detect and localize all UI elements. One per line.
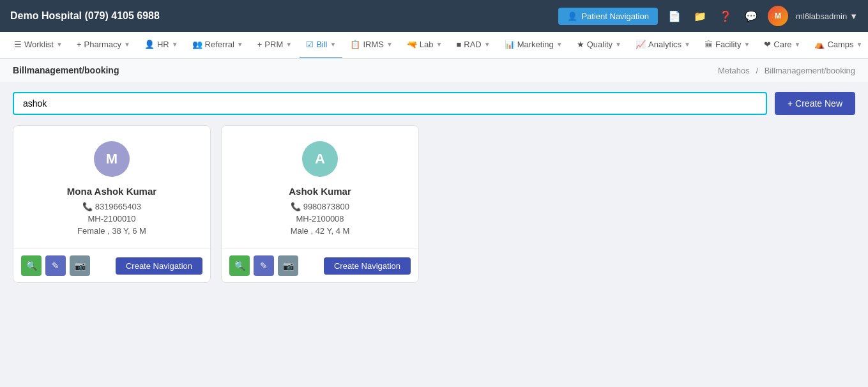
hr-icon: 👤	[144, 40, 155, 49]
main-content: + Create New M Mona Ashok Kumar 📞 831966…	[0, 82, 868, 293]
patient-cards-container: M Mona Ashok Kumar 📞 8319665403 MH-21000…	[13, 125, 855, 283]
create-new-button[interactable]: + Create New	[775, 92, 855, 115]
prm-icon: +	[257, 40, 263, 49]
patient-name: Mona Ashok Kumar	[67, 186, 156, 197]
card-body: M Mona Ashok Kumar 📞 8319665403 MH-21000…	[13, 126, 210, 248]
chevron-down-icon: ▼	[330, 41, 337, 48]
menu-quality[interactable]: ★ Quality ▼	[570, 32, 628, 59]
menu-care[interactable]: ❤ Care ▼	[758, 32, 807, 59]
menu-prm[interactable]: + PRM ▼	[251, 32, 298, 59]
patient-card: A Ashok Kumar 📞 9980873800 MH-2100008 Ma…	[221, 125, 419, 283]
referral-icon: 👥	[192, 40, 202, 49]
word-icon[interactable]: 📄	[666, 7, 683, 25]
worklist-icon: ☰	[14, 40, 22, 49]
person-icon: 👤	[567, 11, 577, 21]
card-footer: 🔍 ✎ 📷 Create Navigation	[13, 248, 210, 282]
chevron-down-icon: ▼	[436, 41, 443, 48]
card-actions: 🔍 ✎ 📷	[229, 255, 298, 276]
topbar: Demo Hospital (079) 4105 6988 👤 Patient …	[0, 0, 868, 32]
facility-icon: 🏛	[704, 40, 713, 49]
chevron-down-icon: ▼	[684, 41, 690, 48]
menu-irms[interactable]: 📋 IRMS ▼	[344, 32, 399, 59]
chevron-down-icon: ▼	[386, 41, 393, 48]
menu-camps[interactable]: ⛺ Camps ▼	[808, 32, 868, 59]
user-avatar[interactable]: M	[768, 6, 788, 26]
breadcrumb: Metahos / Billmanagement/booking	[718, 66, 855, 75]
more-button[interactable]: 📷	[70, 255, 90, 276]
patient-id: MH-2100008	[296, 214, 344, 224]
patient-info: Female , 38 Y, 6 M	[77, 226, 146, 236]
menu-analytics[interactable]: 📈 Analytics ▼	[629, 32, 697, 59]
marketing-icon: 📊	[505, 40, 515, 49]
pharmacy-icon: +	[77, 40, 82, 49]
chevron-down-icon: ▼	[556, 41, 563, 48]
chevron-down-icon: ▼	[615, 41, 621, 48]
chevron-down-icon: ▼	[857, 41, 863, 48]
rad-icon: ■	[456, 40, 461, 49]
patient-navigation-button[interactable]: 👤 Patient Navigation	[558, 8, 658, 25]
menu-rad[interactable]: ■ RAD ▼	[450, 32, 496, 59]
patient-phone: 📞 8319665403	[82, 202, 141, 211]
lab-icon: 🔫	[407, 40, 417, 49]
menu-bill[interactable]: ☑ Bill ▼	[300, 32, 342, 59]
quality-icon: ★	[577, 40, 584, 49]
breadcrumb-bar: Billmanagement/booking Metahos / Billman…	[0, 59, 868, 82]
card-footer: 🔍 ✎ 📷 Create Navigation	[222, 248, 418, 282]
chevron-down-icon: ▼	[849, 11, 858, 21]
patient-name: Ashok Kumar	[289, 186, 351, 197]
bill-icon: ☑	[306, 40, 314, 49]
chevron-down-icon: ▼	[484, 41, 491, 48]
user-menu[interactable]: ml6labsadmin ▼	[796, 11, 858, 21]
app-title: Demo Hospital (079) 4105 6988	[10, 10, 160, 22]
camps-icon: ⛺	[814, 40, 825, 49]
folder-icon[interactable]: 📁	[691, 7, 709, 25]
patient-phone: 📞 9980873800	[291, 202, 349, 211]
more-button[interactable]: 📷	[278, 255, 298, 276]
search-row: + Create New	[13, 92, 855, 115]
chevron-down-icon: ▼	[743, 41, 750, 48]
chevron-down-icon: ▼	[286, 41, 292, 48]
phone-icon: 📞	[291, 202, 301, 211]
menu-facility[interactable]: 🏛 Facility ▼	[698, 32, 756, 59]
view-button[interactable]: 🔍	[21, 255, 42, 276]
edit-button[interactable]: ✎	[45, 255, 66, 276]
page-title: Billmanagement/booking	[13, 65, 119, 75]
patient-info: Male , 42 Y, 4 M	[291, 226, 350, 236]
chevron-down-icon: ▼	[172, 41, 178, 48]
menu-hr[interactable]: 👤 HR ▼	[138, 32, 185, 59]
menu-referral[interactable]: 👥 Referral ▼	[186, 32, 250, 59]
menu-lab[interactable]: 🔫 Lab ▼	[400, 32, 449, 59]
menu-worklist[interactable]: ☰ Worklist ▼	[8, 32, 69, 59]
chevron-down-icon: ▼	[56, 41, 63, 48]
chevron-down-icon: ▼	[124, 41, 130, 48]
phone-icon: 📞	[82, 202, 93, 211]
help-icon[interactable]: ❓	[717, 7, 735, 25]
search-input[interactable]	[13, 92, 767, 115]
patient-avatar: M	[94, 141, 130, 177]
patient-card: M Mona Ashok Kumar 📞 8319665403 MH-21000…	[13, 125, 211, 283]
card-body: A Ashok Kumar 📞 9980873800 MH-2100008 Ma…	[222, 126, 418, 248]
main-menubar: ☰ Worklist ▼ + Pharmacy ▼ 👤 HR ▼ 👥 Refer…	[0, 32, 868, 59]
patient-id: MH-2100010	[88, 214, 135, 224]
care-icon: ❤	[764, 40, 771, 49]
card-actions: 🔍 ✎ 📷	[21, 255, 90, 276]
analytics-icon: 📈	[636, 40, 646, 49]
chevron-down-icon: ▼	[237, 41, 243, 48]
breadcrumb-separator: /	[756, 66, 758, 75]
edit-button[interactable]: ✎	[254, 255, 274, 276]
view-button[interactable]: 🔍	[229, 255, 250, 276]
notifications-icon[interactable]: 💬	[742, 7, 760, 25]
create-navigation-button[interactable]: Create Navigation	[324, 257, 411, 275]
topbar-right: 👤 Patient Navigation 📄 📁 ❓ 💬 M ml6labsad…	[558, 6, 858, 26]
create-navigation-button[interactable]: Create Navigation	[116, 257, 202, 275]
irms-icon: 📋	[350, 40, 360, 49]
menu-marketing[interactable]: 📊 Marketing ▼	[498, 32, 569, 59]
chevron-down-icon: ▼	[794, 41, 800, 48]
patient-avatar: A	[302, 141, 338, 177]
menu-pharmacy[interactable]: + Pharmacy ▼	[70, 32, 137, 59]
